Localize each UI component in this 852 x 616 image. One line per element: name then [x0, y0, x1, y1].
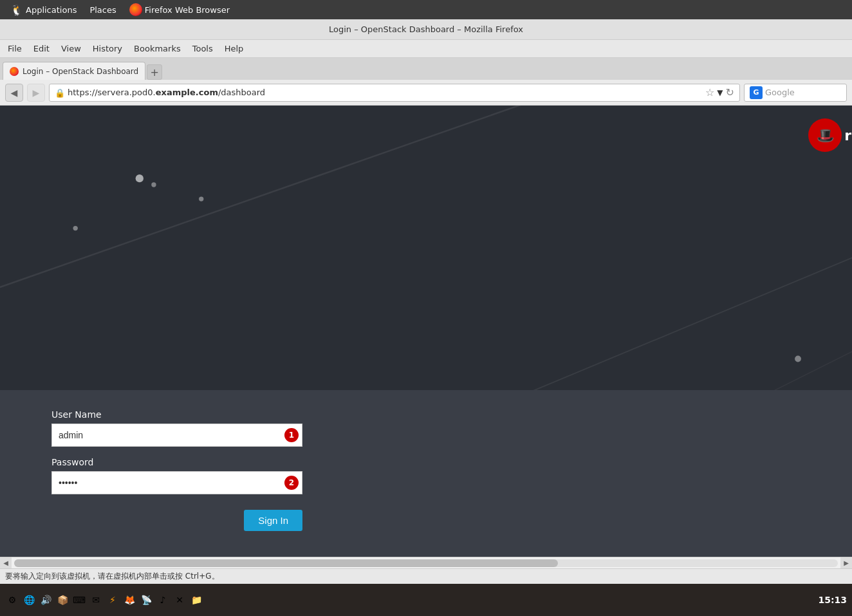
scrollbar-thumb[interactable]	[14, 559, 558, 567]
openstack-login-page: 🎩 r RED HAT® ENTERPRISE LINUX OPENSTACK …	[0, 106, 852, 557]
taskbar-clock: 15:13	[818, 595, 847, 605]
browser-titlebar: Login – OpenStack Dashboard – Mozilla Fi…	[0, 19, 852, 40]
redhat-logo: 🎩 r	[808, 118, 852, 152]
menu-file[interactable]: File	[3, 42, 27, 55]
browser-addressbar: ◀ ▶ 🔒 https://servera.pod0.example.com/d…	[0, 80, 852, 106]
back-button[interactable]: ◀	[5, 84, 23, 102]
desktop-topbar: 🐧 Applications Places Firefox Web Browse…	[0, 0, 852, 19]
applications-menu[interactable]: 🐧 Applications	[5, 3, 82, 17]
svg-point-8	[73, 226, 77, 230]
taskbar: ⚙ 🌐 🔊 📦 ⌨ ✉ ⚡ 🦊 📡 ♪ ✕ 📁 15:13	[0, 584, 852, 616]
address-url: https://servera.pod0.example.com/dashboa…	[68, 88, 265, 97]
firefox-icon	[129, 3, 142, 16]
applications-label: Applications	[26, 5, 77, 15]
password-input-wrapper: 2	[51, 471, 302, 494]
browser-statusbar: 要将输入定向到该虚拟机，请在虚拟机内部单击或按 Ctrl+G。	[0, 568, 852, 584]
address-icons: ☆ ▼ ↻	[705, 86, 734, 98]
step-1-badge: 1	[284, 428, 299, 442]
menu-history[interactable]: History	[88, 42, 127, 55]
scroll-left-arrow[interactable]: ◀	[0, 557, 12, 569]
menu-help[interactable]: Help	[219, 42, 249, 55]
new-tab-button[interactable]: +	[147, 64, 162, 80]
tray-update-icon[interactable]: ⚡	[106, 593, 120, 607]
status-message: 要将输入定向到该虚拟机，请在虚拟机内部单击或按 Ctrl+G。	[5, 571, 219, 582]
tray-volume-icon[interactable]: 🔊	[39, 593, 53, 607]
menu-edit[interactable]: Edit	[28, 42, 55, 55]
address-field[interactable]: 🔒 https://servera.pod0.example.com/dashb…	[49, 84, 740, 102]
tray-input-icon[interactable]: ⌨	[72, 593, 86, 607]
redhat-brand-text: r	[844, 127, 852, 144]
tray-network-icon[interactable]: 🌐	[22, 593, 36, 607]
step-2-badge: 2	[284, 476, 299, 490]
svg-point-6	[151, 182, 156, 187]
scroll-right-arrow[interactable]: ▶	[840, 557, 852, 569]
tab-label: Login – OpenStack Dashboard	[23, 67, 138, 76]
password-input[interactable]	[51, 471, 302, 494]
browser-title: Login – OpenStack Dashboard – Mozilla Fi…	[329, 24, 523, 34]
tray-files-icon[interactable]: 📁	[189, 593, 203, 607]
tray-browser-icon[interactable]: 🦊	[122, 593, 136, 607]
browser-menubar: File Edit View History Bookmarks Tools H…	[0, 40, 852, 58]
browser-scrollbar[interactable]: ◀ ▶	[0, 557, 852, 568]
menu-view[interactable]: View	[56, 42, 86, 55]
browser-tabbar: Login – OpenStack Dashboard +	[0, 58, 852, 80]
places-label: Places	[89, 5, 116, 15]
scrollbar-track[interactable]	[14, 559, 838, 567]
tray-apps-icon[interactable]: 📦	[55, 593, 69, 607]
address-dropdown-icon[interactable]: ▼	[717, 88, 723, 97]
active-tab[interactable]: Login – OpenStack Dashboard	[3, 62, 145, 80]
forward-icon: ▶	[33, 88, 40, 98]
menu-tools[interactable]: Tools	[187, 42, 218, 55]
search-placeholder: Google	[765, 88, 795, 97]
tab-favicon	[10, 67, 19, 76]
tray-audio-icon[interactable]: ♪	[156, 593, 170, 607]
google-search-icon: G	[750, 86, 763, 99]
bookmark-star-icon[interactable]: ☆	[705, 86, 714, 98]
tray-close-icon[interactable]: ✕	[172, 593, 187, 607]
svg-point-5	[136, 174, 144, 182]
back-icon: ◀	[11, 88, 18, 98]
lock-icon: 🔒	[55, 88, 64, 97]
browser-window: Login – OpenStack Dashboard – Mozilla Fi…	[0, 19, 852, 584]
browser-label: Firefox Web Browser	[145, 5, 230, 15]
tray-settings-icon[interactable]: ⚙	[5, 593, 19, 607]
username-input-wrapper: 1	[51, 424, 302, 447]
firefox-launcher[interactable]: Firefox Web Browser	[124, 2, 235, 17]
username-label: User Name	[51, 409, 801, 420]
password-group: Password 2	[51, 457, 801, 494]
places-menu[interactable]: Places	[84, 4, 121, 16]
tray-wifi-icon[interactable]: 📡	[139, 593, 153, 607]
search-field[interactable]: G Google	[744, 84, 847, 102]
redhat-hat-icon: 🎩	[808, 118, 842, 152]
tray-mail-icon[interactable]: ✉	[89, 593, 103, 607]
forward-button: ▶	[27, 84, 45, 102]
reload-icon[interactable]: ↻	[726, 86, 734, 98]
login-section: User Name 1 Password 2 Sign In	[0, 390, 852, 557]
svg-line-0	[0, 106, 632, 343]
menu-bookmarks[interactable]: Bookmarks	[129, 42, 186, 55]
svg-point-7	[199, 196, 203, 201]
password-label: Password	[51, 457, 801, 467]
signin-button[interactable]: Sign In	[244, 510, 302, 531]
svg-point-9	[795, 356, 801, 362]
browser-content: 🎩 r RED HAT® ENTERPRISE LINUX OPENSTACK …	[0, 106, 852, 557]
username-group: User Name 1	[51, 409, 801, 447]
username-input[interactable]	[51, 424, 302, 447]
